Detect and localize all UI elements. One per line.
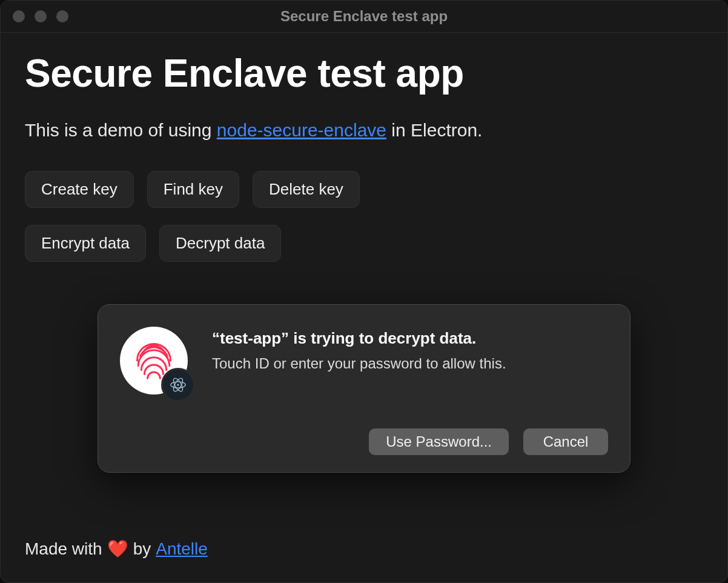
create-key-button[interactable]: Create key	[25, 171, 134, 208]
titlebar: Secure Enclave test app	[1, 1, 727, 33]
dialog-container: “test-app” is trying to decrypt data. To…	[25, 304, 703, 473]
footer-middle: by	[133, 539, 151, 559]
decrypt-data-button[interactable]: Decrypt data	[159, 225, 281, 262]
electron-icon	[161, 368, 195, 402]
dialog-text: “test-app” is trying to decrypt data. To…	[212, 327, 506, 372]
footer-prefix: Made with	[25, 539, 102, 559]
dialog-icon-group	[120, 327, 193, 399]
window-controls	[13, 10, 68, 22]
action-row-2: Encrypt data Decrypt data	[25, 225, 703, 262]
maximize-window-button[interactable]	[56, 10, 68, 22]
footer: Made with ❤️ by Antelle	[25, 539, 208, 559]
action-row-1: Create key Find key Delete key	[25, 171, 703, 208]
minimize-window-button[interactable]	[35, 10, 47, 22]
use-password-button[interactable]: Use Password...	[369, 428, 509, 455]
dialog-button-row: Use Password... Cancel	[120, 428, 608, 455]
content-area: Secure Enclave test app This is a demo o…	[1, 33, 727, 583]
dialog-title: “test-app” is trying to decrypt data.	[212, 329, 506, 348]
cancel-button[interactable]: Cancel	[523, 428, 608, 455]
dialog-subtitle: Touch ID or enter your password to allow…	[212, 355, 506, 372]
intro-suffix: in Electron.	[386, 120, 482, 140]
intro-prefix: This is a demo of using	[25, 120, 217, 140]
find-key-button[interactable]: Find key	[147, 171, 239, 208]
heart-icon: ❤️	[107, 539, 128, 559]
window-title: Secure Enclave test app	[1, 8, 727, 25]
dialog-body: “test-app” is trying to decrypt data. To…	[120, 327, 608, 399]
delete-key-button[interactable]: Delete key	[253, 171, 360, 208]
page-title: Secure Enclave test app	[25, 51, 703, 96]
svg-point-3	[177, 384, 179, 385]
author-link[interactable]: Antelle	[156, 539, 208, 559]
intro-text: This is a demo of using node-secure-encl…	[25, 120, 703, 141]
node-secure-enclave-link[interactable]: node-secure-enclave	[217, 120, 386, 140]
close-window-button[interactable]	[13, 10, 25, 22]
encrypt-data-button[interactable]: Encrypt data	[25, 225, 146, 262]
app-window: Secure Enclave test app Secure Enclave t…	[0, 0, 728, 583]
touchid-dialog: “test-app” is trying to decrypt data. To…	[98, 304, 630, 473]
